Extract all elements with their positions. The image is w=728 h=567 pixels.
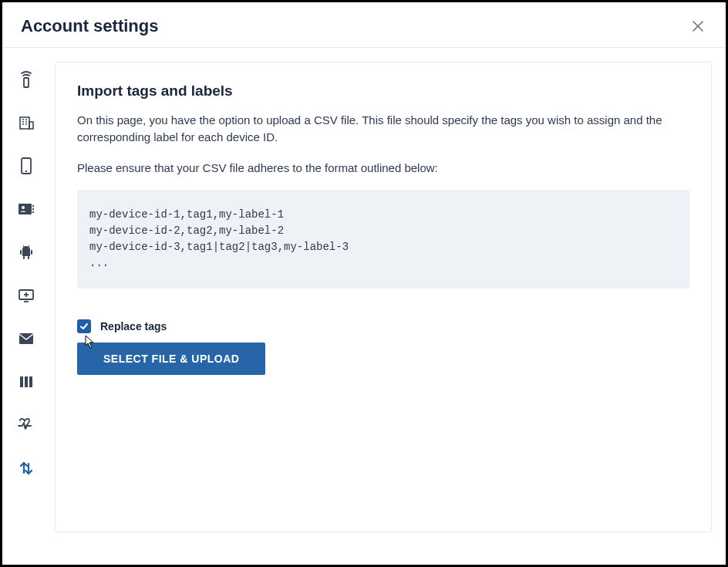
- svg-rect-21: [28, 256, 29, 259]
- sidebar-item-remote[interactable]: [18, 71, 35, 88]
- svg-rect-3: [20, 117, 29, 129]
- transfer-icon: [19, 461, 33, 476]
- screen-add-icon: [18, 289, 35, 302]
- svg-rect-29: [20, 376, 23, 387]
- replace-tags-label: Replace tags: [100, 320, 167, 332]
- close-button[interactable]: [689, 17, 707, 35]
- svg-rect-14: [32, 205, 34, 207]
- close-icon: [692, 20, 704, 32]
- csv-format-example: my-device-id-1,tag1,my-label-1 my-device…: [77, 190, 689, 289]
- sidebar-item-heartbeat[interactable]: [18, 417, 35, 434]
- sidebar-item-transfer[interactable]: [18, 460, 35, 477]
- sidebar-item-columns[interactable]: [18, 373, 35, 390]
- sidebar-item-building[interactable]: [18, 114, 35, 131]
- replace-tags-row: Replace tags: [77, 319, 689, 333]
- section-title: Import tags and labels: [77, 83, 689, 100]
- svg-point-17: [22, 206, 25, 209]
- sidebar-item-phone[interactable]: [18, 157, 35, 174]
- svg-rect-28: [19, 333, 33, 344]
- content-card: Import tags and labels On this page, you…: [55, 62, 712, 532]
- remote-icon: [19, 71, 33, 88]
- columns-icon: [19, 376, 33, 388]
- svg-rect-2: [24, 78, 29, 87]
- sidebar: [2, 48, 50, 564]
- building-icon: [19, 115, 34, 130]
- svg-line-23: [29, 245, 29, 247]
- svg-rect-16: [32, 211, 34, 213]
- page-title: Account settings: [21, 16, 158, 36]
- checkmark-icon: [79, 322, 89, 331]
- sidebar-item-mail[interactable]: [18, 330, 35, 347]
- android-icon: [19, 244, 34, 261]
- select-file-upload-button[interactable]: SELECT FILE & UPLOAD: [77, 343, 265, 375]
- description-paragraph-1: On this page, you have the option to upl…: [77, 112, 689, 146]
- svg-rect-15: [32, 208, 34, 210]
- heartbeat-icon: [18, 418, 35, 432]
- replace-tags-checkbox[interactable]: [77, 319, 91, 333]
- svg-rect-19: [31, 250, 32, 255]
- svg-rect-13: [19, 204, 32, 214]
- svg-rect-18: [20, 250, 22, 255]
- svg-rect-4: [29, 122, 33, 129]
- mail-icon: [19, 332, 34, 345]
- svg-rect-30: [25, 376, 28, 387]
- modal-header: Account settings: [2, 2, 726, 48]
- phone-icon: [20, 157, 32, 174]
- sidebar-item-contact[interactable]: [18, 201, 35, 218]
- svg-rect-31: [29, 376, 32, 387]
- svg-line-22: [23, 245, 24, 247]
- description-paragraph-2: Please ensure that your CSV file adheres…: [77, 160, 689, 177]
- svg-rect-20: [23, 256, 25, 259]
- main-content: Import tags and labels On this page, you…: [50, 48, 726, 564]
- contact-card-icon: [18, 202, 35, 216]
- sidebar-item-android[interactable]: [18, 244, 35, 261]
- modal-body: Import tags and labels On this page, you…: [2, 48, 726, 564]
- sidebar-item-screen-add[interactable]: [18, 287, 35, 304]
